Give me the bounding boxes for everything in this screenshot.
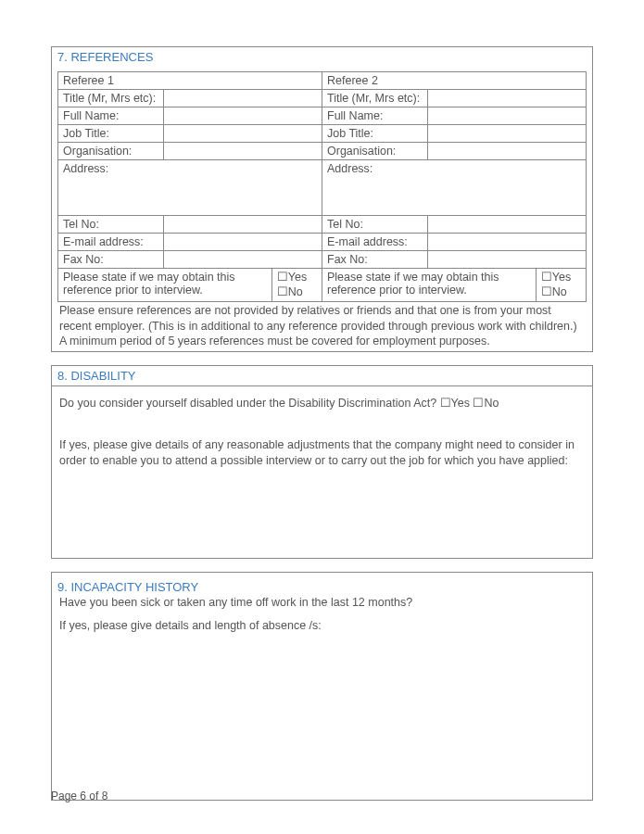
ref2-email-field[interactable] — [428, 234, 587, 251]
references-heading: 7. REFERENCES — [52, 47, 592, 71]
incapacity-heading: 9. INCAPACITY HISTORY — [52, 573, 592, 595]
ref2-jobtitle-label: Job Title: — [322, 125, 428, 143]
ref1-tel-field[interactable] — [164, 216, 322, 234]
ref2-obtain-checkboxes[interactable]: ☐Yes ☐No — [536, 269, 586, 302]
ref2-tel-field[interactable] — [428, 216, 587, 234]
ref2-address-label: Address: — [327, 162, 373, 175]
ref2-obtain-no[interactable]: ☐No — [541, 285, 581, 300]
ref1-obtain-yes[interactable]: ☐Yes — [277, 271, 317, 285]
ref1-jobtitle-field[interactable] — [164, 125, 322, 143]
ref1-email-label: E-mail address: — [58, 234, 164, 251]
ref2-obtain-yes[interactable]: ☐Yes — [541, 271, 581, 285]
incapacity-details-prompt: If yes, please give details and length o… — [59, 618, 585, 635]
disability-details-prompt: If yes, please give details of any reaso… — [59, 437, 585, 469]
ref1-obtain-text: Please state if we may obtain this refer… — [58, 269, 272, 302]
section-disability: 8. DISABILITY Do you consider yourself d… — [51, 365, 593, 559]
page-footer: Page 6 of 8 — [51, 790, 107, 802]
page-content: 7. REFERENCES Referee 1 Referee 2 Title … — [0, 0, 644, 834]
ref1-address-cell[interactable]: Address: — [58, 160, 322, 216]
ref1-organisation-field[interactable] — [164, 143, 322, 160]
ref1-address-label: Address: — [63, 162, 108, 175]
ref1-fullname-label: Full Name: — [58, 107, 164, 125]
ref1-tel-label: Tel No: — [58, 216, 164, 234]
ref1-title-field[interactable] — [164, 90, 322, 107]
ref2-organisation-label: Organisation: — [322, 143, 428, 160]
ref2-email-label: E-mail address: — [322, 234, 428, 251]
ref2-fax-field[interactable] — [428, 251, 587, 269]
ref2-fax-label: Fax No: — [322, 251, 428, 269]
referee2-header: Referee 2 — [322, 72, 587, 90]
ref2-title-field[interactable] — [428, 90, 587, 107]
section-references: 7. REFERENCES Referee 1 Referee 2 Title … — [51, 46, 593, 352]
ref1-fax-label: Fax No: — [58, 251, 164, 269]
ref1-email-field[interactable] — [164, 234, 322, 251]
ref2-obtain-text: Please state if we may obtain this refer… — [322, 269, 537, 302]
references-obtain-table: Please state if we may obtain this refer… — [57, 268, 587, 302]
disability-question: Do you consider yourself disabled under … — [59, 396, 585, 411]
ref1-fullname-field[interactable] — [164, 107, 322, 125]
ref1-fax-field[interactable] — [164, 251, 322, 269]
disability-heading: 8. DISABILITY — [52, 366, 592, 386]
ref1-title-label: Title (Mr, Mrs etc): — [58, 90, 164, 107]
ref2-organisation-field[interactable] — [428, 143, 587, 160]
ref1-jobtitle-label: Job Title: — [58, 125, 164, 143]
ref1-organisation-label: Organisation: — [58, 143, 164, 160]
ref2-fullname-field[interactable] — [428, 107, 587, 125]
ref2-tel-label: Tel No: — [322, 216, 428, 234]
section-incapacity: 9. INCAPACITY HISTORY Have you been sick… — [51, 572, 593, 801]
ref2-address-cell[interactable]: Address: — [322, 160, 587, 216]
ref2-jobtitle-field[interactable] — [428, 125, 587, 143]
referee1-header: Referee 1 — [58, 72, 322, 90]
incapacity-question: Have you been sick or taken any time off… — [59, 595, 585, 612]
references-table: Referee 1 Referee 2 Title (Mr, Mrs etc):… — [57, 71, 587, 269]
ref1-obtain-no[interactable]: ☐No — [277, 285, 317, 300]
references-note: Please ensure references are not provide… — [52, 302, 592, 351]
ref1-obtain-checkboxes[interactable]: ☐Yes ☐No — [271, 269, 322, 302]
ref2-fullname-label: Full Name: — [322, 107, 428, 125]
ref2-title-label: Title (Mr, Mrs etc): — [322, 90, 428, 107]
